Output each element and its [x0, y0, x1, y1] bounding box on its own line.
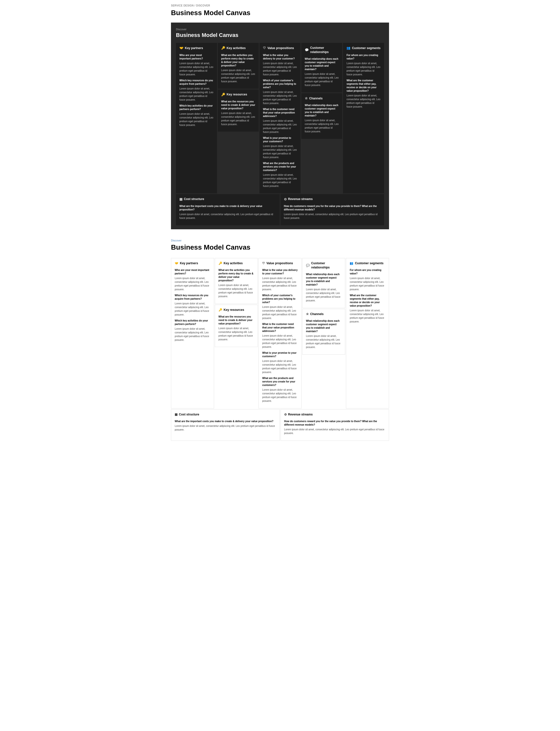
light-key-activities-title: 🔑 Key activities — [219, 261, 254, 265]
light-revenue-streams-title: ⊙ Revenue streams — [284, 413, 386, 417]
light-customer-seg-icon: 👥 — [350, 261, 353, 265]
key-activities-icon: 🔑 — [221, 46, 225, 50]
channels-cell: ☆ Channels What relationship does each c… — [301, 93, 342, 139]
lkr-t1: Lorem ipsum dolor sit amet, consectetur … — [219, 326, 254, 341]
light-col1-group: 🤝 Key partners Who are your most importa… — [171, 258, 214, 409]
canvas-bottom-section: ▤ Cost structure What are the important … — [176, 194, 384, 225]
dark-canvas: Discover Business Model Canvas 🤝 Key par… — [171, 23, 389, 229]
light-channels-cell: ☆ Channels What relationship does each c… — [302, 309, 345, 355]
page-title: Business Model Canvas — [171, 8, 389, 18]
kp-q3: Which key activities do your partners pe… — [179, 104, 214, 111]
vp-q4: What is your promise to your customers? — [263, 136, 297, 143]
light-cost-structure-cell: ▤ Cost structure What are the important … — [171, 409, 280, 441]
vp-q3: What is the customer need that your valu… — [263, 108, 297, 118]
vp-t3: Lorem ipsum dolor sit amet, consectetur … — [263, 119, 297, 134]
light-col2-group: 🔑 Key activities What are the activities… — [215, 258, 258, 409]
col2-group: 🔑 Key activities What are the activities… — [218, 43, 259, 193]
light-customer-rel-icon: 💬 — [306, 263, 310, 268]
light-key-resources-title: 🔑 Key resources — [219, 308, 254, 312]
ch-t1: Lorem ipsum dolor sit amet, consectetur … — [305, 118, 339, 133]
light-canvas-header: Discover Business Model Canvas — [171, 239, 389, 254]
lvp-t1: Lorem ipsum dolor sit amet, consectetur … — [262, 276, 298, 291]
lch-q1: What relationship does each customer seg… — [306, 319, 342, 333]
light-cost-structure-icon: ▤ — [175, 413, 177, 417]
cs-q1: For whom are you creating value? — [346, 54, 381, 60]
kr-t1: Lorem ipsum dolor sit amet, consectetur … — [221, 111, 255, 126]
key-resources-cell: 🔑 Key resources What are the resources y… — [218, 89, 259, 132]
lcr-q1: What relationship does each customer seg… — [306, 273, 342, 286]
value-propositions-cell: ♡ Value propositions What is the value y… — [259, 43, 301, 193]
light-key-activities-cell: 🔑 Key activities What are the activities… — [215, 258, 258, 304]
light-revenue-streams-icon: ⊙ — [284, 413, 287, 417]
cs-t1: Lorem ipsum dolor sit amet, consectetur … — [346, 61, 381, 76]
lcr-t1: Lorem ipsum dolor sit amet, consectetur … — [306, 287, 342, 302]
cost-structure-icon: ▤ — [179, 197, 182, 201]
light-discover-label: Discover — [171, 239, 389, 242]
cr-t1: Lorem ipsum dolor sit amet, consectetur … — [305, 72, 339, 87]
lcs-q2: What are the customer segments that eith… — [350, 294, 385, 307]
vp-q1: What is the value you delivery to your c… — [263, 54, 297, 60]
light-cost-structure-title: ▤ Cost structure — [175, 413, 276, 417]
customer-seg-cell: 👥 Customer segments For whom are you cre… — [343, 43, 384, 193]
light-canvas-bottom: ▤ Cost structure What are the important … — [171, 409, 389, 441]
light-channels-icon: ☆ — [306, 312, 309, 316]
vp-q5: What are the products and services you c… — [263, 162, 297, 172]
lka-q1: What are the activities you perform ever… — [219, 268, 254, 282]
lkp-t3: Lorem ipsum dolor sit amet, consectetur … — [175, 327, 210, 342]
ka-t1: Lorem ipsum dolor sit amet, consectetur … — [221, 68, 255, 83]
light-value-prop-cell: ♡ Value propositions What is the value y… — [258, 258, 302, 409]
canvas-header: Discover Business Model Canvas — [176, 28, 384, 39]
lcs-q1: For whom are you creating value? — [350, 268, 385, 275]
lch-t1: Lorem ipsum dolor sit amet, consectetur … — [306, 334, 342, 349]
kp-t1: Lorem ipsum dolor sit amet, consectetur … — [179, 61, 214, 76]
customer-seg-title: 👥 Customer segments — [346, 46, 381, 50]
lcost-t1: Lorem ipsum dolor sit amet, consectetur … — [175, 424, 276, 432]
light-customer-rel-cell: 💬 Customer relationships What relationsh… — [302, 258, 345, 308]
cr-q1: What relationship does each customer seg… — [305, 57, 339, 71]
revenue-streams-cell: ⊙ Revenue streams How do customers rewar… — [280, 194, 384, 225]
key-partners-icon: 🤝 — [179, 46, 183, 50]
ch-q1: What relationship does each customer seg… — [305, 104, 339, 117]
breadcrumb: SERVICE DESIGN / DISCOVER — [171, 4, 389, 7]
key-resources-icon: 🔑 — [221, 92, 225, 97]
lkp-t2: Lorem ipsum dolor sit amet, consectetur … — [175, 302, 210, 316]
revenue-streams-title: ⊙ Revenue streams — [284, 197, 381, 201]
vp-t2: Lorem ipsum dolor sit amet, consectetur … — [263, 90, 297, 105]
rev-t1: Lorem ipsum dolor sit amet, consectetur … — [284, 212, 381, 220]
key-partners-title: 🤝 Key partners — [179, 46, 214, 50]
cost-structure-title: ▤ Cost structure — [179, 197, 276, 201]
lvp-q4: What is your promise to your customers? — [262, 351, 298, 358]
lvp-q3: What is the customer need that your valu… — [262, 322, 298, 333]
lkp-q1: Who are your most important partners? — [175, 268, 210, 275]
col4-group: 💬 Customer relationships What relationsh… — [301, 43, 342, 193]
lvp-q2: Which of your customer's problems are yo… — [262, 294, 298, 304]
rev-q1: How do customers reward you for the valu… — [284, 204, 381, 211]
light-canvas-middle: 🤝 Key partners Who are your most importa… — [171, 258, 389, 409]
kp-q1: Who are your most important partners? — [179, 54, 214, 60]
key-activities-title: 🔑 Key activities — [221, 46, 255, 50]
light-section-wrapper: Discover Business Model Canvas 🤝 Key par… — [161, 237, 399, 448]
light-key-resources-icon: 🔑 — [219, 308, 222, 312]
lka-t1: Lorem ipsum dolor sit amet, consectetur … — [219, 283, 254, 298]
lkr-q1: What are the resources you need to creat… — [219, 315, 254, 325]
canvas-discover-label: Discover — [176, 28, 384, 31]
lvp-t2: Lorem ipsum dolor sit amet, consectetur … — [262, 305, 298, 320]
cost-q1: What are the important costs you make to… — [179, 204, 276, 211]
vp-q2: Which of your customer's problems are yo… — [263, 79, 297, 89]
canvas-body: 🤝 Key partners Who are your most importa… — [176, 43, 384, 225]
light-value-prop-title: ♡ Value propositions — [262, 261, 298, 265]
ka-q1: What are the activities you perform ever… — [221, 54, 255, 67]
key-resources-title: 🔑 Key resources — [221, 92, 255, 97]
value-prop-title: ♡ Value propositions — [263, 46, 297, 50]
channels-icon: ☆ — [305, 96, 308, 101]
lvp-t3: Lorem ipsum dolor sit amet, consectetur … — [262, 334, 298, 349]
lrev-t1: Lorem ipsum dolor sit amet, consectetur … — [284, 428, 386, 435]
light-key-partners-title: 🤝 Key partners — [175, 261, 210, 265]
light-key-partners-icon: 🤝 — [175, 261, 178, 265]
key-partners-cell: 🤝 Key partners Who are your most importa… — [176, 43, 217, 193]
vp-t1: Lorem ipsum dolor sit amet, consectetur … — [263, 61, 297, 76]
light-key-activities-icon: 🔑 — [219, 261, 222, 265]
light-customer-rel-title: 💬 Customer relationships — [306, 261, 342, 270]
lkp-t1: Lorem ipsum dolor sit amet, consectetur … — [175, 276, 210, 291]
light-value-prop-icon: ♡ — [262, 261, 265, 265]
